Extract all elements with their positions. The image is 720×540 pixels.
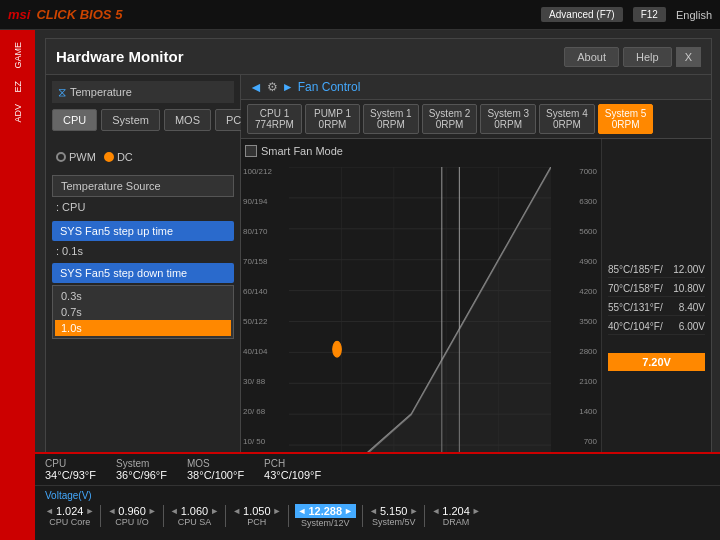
fan-control-header: ◄ ⚙ ► Fan Control xyxy=(241,75,711,100)
temps-row: CPU 34°C/93°F System 36°C/96°F MOS 38°C/… xyxy=(35,454,720,486)
temp-tabs: CPU System MOS PCH xyxy=(52,109,234,131)
temp-cpu-value: 34°C/93°F xyxy=(45,469,96,481)
advanced-mode-btn[interactable]: Advanced (F7) xyxy=(541,7,623,22)
volt-sep-6 xyxy=(424,505,425,527)
fan-sys1-label: System 1 xyxy=(370,108,412,119)
temp-source-btn[interactable]: Temperature Source xyxy=(52,175,234,197)
y-temp-9: 90/194 xyxy=(243,197,287,206)
pwm-dc-selector: PWM DC xyxy=(52,147,234,167)
fan-sys1-btn[interactable]: System 1 0RPM xyxy=(363,104,419,134)
chart-voltage-area: Smart Fan Mode 100/212 90/194 80/170 70/… xyxy=(241,139,711,498)
voltage-section-label: Voltage(V) xyxy=(45,490,710,501)
volt-val-85: 12.00V xyxy=(673,264,705,275)
step-down-list: 0.3s 0.7s 1.0s xyxy=(52,285,234,339)
fan-sys2-label: System 2 xyxy=(429,108,471,119)
volt-dram-val: 1.204 xyxy=(442,505,470,517)
dc-radio xyxy=(104,152,114,162)
volt-sys5v-val: 5.150 xyxy=(380,505,408,517)
svg-point-17 xyxy=(333,342,342,357)
smart-fan-checkbox[interactable] xyxy=(245,145,257,157)
y-temp-7: 70/158 xyxy=(243,257,287,266)
volt-sep-4 xyxy=(288,505,289,527)
volt-val-40: 6.00V xyxy=(679,321,705,332)
y-temp-1: 10/ 50 xyxy=(243,437,287,446)
fan-sys3-rpm: 0RPM xyxy=(487,119,529,130)
about-button[interactable]: About xyxy=(564,47,619,67)
volt-sys12v: ◄ 12.288 ► System/12V xyxy=(295,504,357,528)
fan-pump1-btn[interactable]: PUMP 1 0RPM xyxy=(305,104,360,134)
close-button[interactable]: X xyxy=(676,47,701,67)
voltage-items: ◄ 1.024 ► CPU Core ◄ 0.960 ► CPU I/O xyxy=(45,504,710,528)
arrow-right-icon: ► xyxy=(282,80,294,94)
tab-cpu[interactable]: CPU xyxy=(52,109,97,131)
smart-fan-label: Smart Fan Mode xyxy=(261,145,343,157)
fan-sys2-btn[interactable]: System 2 0RPM xyxy=(422,104,478,134)
top-bar-left: msi CLICK BIOS 5 xyxy=(8,7,122,22)
temp-mos: MOS 38°C/100°F xyxy=(187,458,244,481)
temp-mos-label: MOS xyxy=(187,458,244,469)
y-axis-rpm: 7000 6300 5600 4900 4200 3500 2800 2100 … xyxy=(553,167,597,476)
fan-sys5-rpm: 0RPM xyxy=(605,119,647,130)
step-option-0.3s[interactable]: 0.3s xyxy=(55,288,231,304)
temp-mos-value: 38°C/100°F xyxy=(187,469,244,481)
hw-titlebar-buttons: About Help X xyxy=(564,47,701,67)
volt-dram: ◄ 1.204 ► DRAM xyxy=(431,505,480,527)
msi-logo: msi xyxy=(8,7,30,22)
volt-sys12v-name: System/12V xyxy=(301,518,350,528)
y-temp-4: 40/104 xyxy=(243,347,287,356)
fan-sys5-btn[interactable]: System 5 0RPM xyxy=(598,104,654,134)
dc-label[interactable]: DC xyxy=(104,151,133,163)
temp-pch: PCH 43°C/109°F xyxy=(264,458,321,481)
volt-sys5v-name: System/5V xyxy=(372,517,416,527)
fan-sys3-btn[interactable]: System 3 0RPM xyxy=(480,104,536,134)
temp-system-value: 36°C/96°F xyxy=(116,469,167,481)
tab-system[interactable]: System xyxy=(101,109,160,131)
volt-pch-val: 1.050 xyxy=(243,505,271,517)
sidebar-item-adv[interactable]: ADV xyxy=(11,100,25,127)
fan-sys1-rpm: 0RPM xyxy=(370,119,412,130)
help-button[interactable]: Help xyxy=(623,47,672,67)
volt-cpu-io-val: 0.960 xyxy=(118,505,146,517)
temp-system-label: System xyxy=(116,458,167,469)
sidebar-item-ez[interactable]: EZ xyxy=(11,77,25,97)
fan-sys2-rpm: 0RPM xyxy=(429,119,471,130)
thermometer-icon: ⧖ xyxy=(58,85,66,99)
temp-pch-label: PCH xyxy=(264,458,321,469)
sidebar-item-game[interactable]: GAME xyxy=(11,38,25,73)
temp-cpu-label: CPU xyxy=(45,458,96,469)
language-btn[interactable]: English xyxy=(676,9,712,21)
fan-sys5-label: System 5 xyxy=(605,108,647,119)
fan-sys4-btn[interactable]: System 4 0RPM xyxy=(539,104,595,134)
volt-pch-name: PCH xyxy=(247,517,266,527)
current-voltage: 7.20V xyxy=(608,353,705,371)
arrow-left-icon: ◄ xyxy=(249,79,263,95)
volt-cpu-core: ◄ 1.024 ► CPU Core xyxy=(45,505,94,527)
y-rpm-2: 1400 xyxy=(553,407,597,416)
f12-label[interactable]: F12 xyxy=(633,7,666,22)
step-option-1.0s[interactable]: 1.0s xyxy=(55,320,231,336)
fan-sys3-label: System 3 xyxy=(487,108,529,119)
y-rpm-3: 2100 xyxy=(553,377,597,386)
voltage-row-85: 85°C/185°F/ 12.00V xyxy=(608,262,705,278)
step-down-btn[interactable]: SYS Fan5 step down time xyxy=(52,263,234,283)
step-option-0.7s[interactable]: 0.7s xyxy=(55,304,231,320)
fan-buttons: CPU 1 774RPM PUMP 1 0RPM System 1 0RPM xyxy=(241,100,711,139)
fan-cpu1-btn[interactable]: CPU 1 774RPM xyxy=(247,104,302,134)
volt-sep-5 xyxy=(362,505,363,527)
volt-sep-2 xyxy=(163,505,164,527)
y-rpm-4: 2800 xyxy=(553,347,597,356)
step-up-btn[interactable]: SYS Fan5 step up time xyxy=(52,221,234,241)
volt-sys5v: ◄ 5.150 ► System/5V xyxy=(369,505,418,527)
fan-pump1-label: PUMP 1 xyxy=(312,108,353,119)
volt-cpu-sa-val: 1.060 xyxy=(181,505,209,517)
temp-cpu: CPU 34°C/93°F xyxy=(45,458,96,481)
top-bar: msi CLICK BIOS 5 Advanced (F7) F12 Engli… xyxy=(0,0,720,30)
temp-system: System 36°C/96°F xyxy=(116,458,167,481)
chart-area: Smart Fan Mode 100/212 90/194 80/170 70/… xyxy=(241,139,601,498)
tab-mos[interactable]: MOS xyxy=(164,109,211,131)
y-rpm-7: 4900 xyxy=(553,257,597,266)
fan-pump1-rpm: 0RPM xyxy=(312,119,353,130)
pwm-label[interactable]: PWM xyxy=(56,151,96,163)
y-rpm-10: 7000 xyxy=(553,167,597,176)
y-temp-10: 100/212 xyxy=(243,167,287,176)
